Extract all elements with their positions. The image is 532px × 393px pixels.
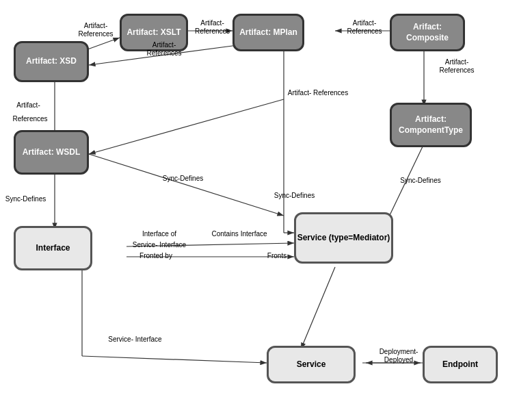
node-endpoint-label: Endpoint	[442, 359, 478, 370]
node-interface: Interface	[14, 226, 92, 270]
label-mplan-junction: Artifact- References	[287, 89, 349, 97]
label-xsd-wsdl: Artifact-	[3, 101, 54, 110]
label-deployment-deployed: Deployment- Deployed	[371, 348, 426, 364]
node-xsd: Artifact: XSD	[14, 41, 89, 82]
node-service: Service	[267, 346, 356, 383]
label-composite-mplan: Artifact- References	[341, 19, 388, 36]
label-fronted-by: Fronted by	[132, 252, 180, 260]
node-service-mediator: Service (type=Mediator)	[294, 212, 393, 264]
label-service-interface: Service- Interface	[132, 241, 187, 249]
label-composite-componenttype: Artifact- References	[429, 58, 484, 75]
node-mplan-label: Artifact: MPlan	[239, 27, 297, 38]
node-xslt-label: Artifact: XSLT	[127, 27, 181, 38]
label-xsd-wsdl2: References	[3, 115, 57, 123]
label-fronts: Fronts	[260, 252, 294, 260]
node-composite-label: Arifact: Composite	[392, 22, 463, 43]
node-endpoint: Endpoint	[423, 346, 498, 383]
node-interface-label: Interface	[36, 243, 70, 254]
label-contains-interface: Contains Interface	[209, 230, 270, 238]
node-xsd-label: Artifact: XSD	[26, 56, 77, 67]
label-xslt-mplan: Artifact- References	[190, 19, 235, 36]
node-service-label: Service	[297, 359, 326, 370]
label-interface-of: Interface of	[132, 230, 187, 238]
node-wsdl: Artifact: WSDL	[14, 130, 89, 175]
node-mplan: Artifact: MPlan	[232, 14, 304, 51]
node-componenttype-label: Artifact: ComponentType	[392, 114, 470, 136]
svg-line-8	[89, 99, 284, 154]
label-service-interface-bottom: Service- Interface	[106, 335, 164, 344]
svg-line-20	[82, 356, 267, 363]
svg-line-17	[301, 267, 335, 349]
label-mplan-service-sync: Sync-Defines	[265, 192, 323, 200]
node-composite: Arifact: Composite	[390, 14, 465, 51]
label-componenttype-sync: Sync-Defines	[393, 177, 448, 185]
label-wsdl-sync: Sync-Defines	[0, 195, 51, 203]
svg-line-13	[89, 154, 284, 216]
node-service-mediator-label: Service (type=Mediator)	[297, 233, 390, 244]
label-mplan-xsd: Artifact- References	[137, 41, 191, 58]
node-wsdl-label: Artifact: WSDL	[23, 147, 81, 158]
node-componenttype: Artifact: ComponentType	[390, 103, 472, 147]
label-xsd-xslt: Artifact- References	[68, 22, 123, 38]
label-wsdl-service-sync: Sync-Defines	[157, 175, 209, 183]
